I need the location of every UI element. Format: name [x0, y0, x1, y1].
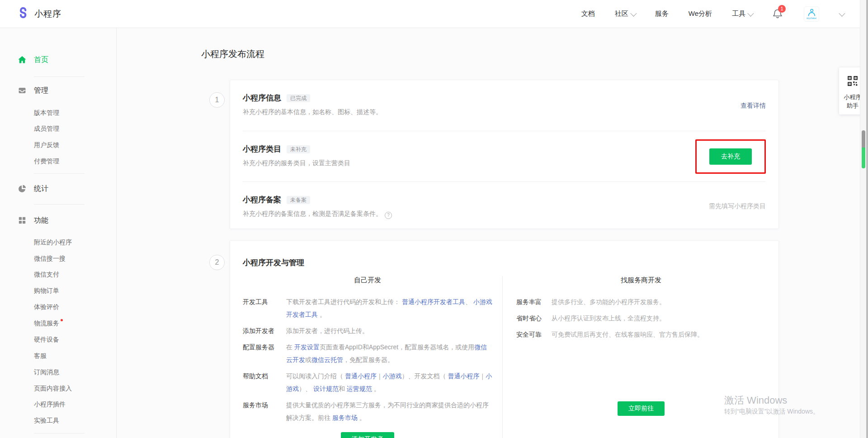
step2-title: 小程序开发与管理: [243, 241, 766, 268]
top-header: 小程序 文档 社区 服务 We分析 工具 1 skychaker: [0, 0, 868, 28]
sidebar-item-nearby-miniprogram[interactable]: 附近的小程序: [34, 238, 72, 247]
dev-row-add-developer: 添加开发者 添加开发者，进行代码上传。: [243, 324, 492, 337]
view-details-link[interactable]: 查看详情: [741, 102, 766, 109]
status-badge: 未备案: [287, 196, 310, 204]
nav-services[interactable]: 服务: [655, 10, 669, 18]
grid-icon: [18, 216, 27, 225]
assistant-label: 小程序 助手: [844, 93, 862, 110]
qr-code-icon: [847, 76, 858, 88]
link-service-market[interactable]: 服务市场: [332, 414, 358, 421]
link-normal-devtool[interactable]: 普通小程序开发者工具: [402, 298, 465, 305]
pie-chart-icon: [18, 184, 27, 193]
sidebar-item-experiment-tools[interactable]: 实验工具: [34, 417, 59, 425]
row-miniprogram-icp: 小程序备案 未备案 补充小程序的备案信息，检测是否满足备案条件。? 需先填写小程…: [243, 181, 766, 229]
nav-docs[interactable]: 文档: [581, 10, 595, 18]
link-operation-guidelines[interactable]: 运营规范: [347, 385, 372, 392]
home-icon: [18, 55, 27, 64]
step2-number: 2: [209, 255, 225, 270]
app-logo[interactable]: 小程序: [16, 6, 61, 22]
sidebar-item-version-manage[interactable]: 版本管理: [34, 109, 59, 117]
link-docs-normal[interactable]: 普通小程序: [448, 372, 480, 380]
step1-number: 1: [209, 92, 225, 108]
row-title: 小程序类目: [243, 144, 281, 154]
nav-tools[interactable]: 工具: [732, 10, 752, 18]
link-design-guidelines[interactable]: 设计规范: [313, 385, 339, 392]
sidebar-item-miniprogram-plugin[interactable]: 小程序插件: [34, 400, 66, 409]
annotation-highlight-box: 去补充: [695, 139, 766, 174]
sidebar-item-subscribe-message[interactable]: 订阅消息: [34, 368, 59, 376]
avatar[interactable]: skychaker: [804, 6, 819, 22]
nav-community[interactable]: 社区: [615, 10, 635, 18]
notification-bell[interactable]: 1: [772, 8, 784, 20]
sidebar-item-home[interactable]: 首页: [0, 53, 116, 67]
avatar-graphic: [807, 8, 816, 17]
sidebar-item-wechat-pay[interactable]: 微信支付: [34, 271, 59, 279]
sidebar-divider: [34, 433, 85, 433]
dev-row-help-docs: 帮助文档 可以阅读入门介绍（ 普通小程序｜小游戏）、开发文档（ 普通小程序｜小游…: [243, 370, 492, 395]
sidebar-item-customer-service[interactable]: 客服: [34, 352, 47, 360]
avatar-caption: skychaker: [807, 17, 817, 19]
go-now-button[interactable]: 立即前往: [618, 401, 665, 416]
account-chevron-down-icon[interactable]: [839, 10, 845, 16]
dev-row-tools: 开发工具 下载开发者工具进行代码的开发和上传： 普通小程序开发者工具、 小游戏开…: [243, 295, 492, 321]
sidebar-divider: [34, 173, 85, 174]
page-scrollbar[interactable]: [860, 0, 868, 438]
provider-row-save-time: 省时省心 从小程序认证到发布上线，全流程支持。: [516, 312, 766, 324]
step2-card: 小程序开发与管理 自己开发 开发工具 下载开发者工具进行代码的开发和上传： 普通…: [230, 240, 779, 438]
sidebar-item-payment-manage[interactable]: 付费管理: [34, 157, 59, 166]
fill-category-button[interactable]: 去补充: [709, 148, 752, 165]
row-title: 小程序信息: [243, 93, 281, 103]
service-provider-column: 找服务商开发 服务丰富 提供多行业、多功能的小程序开发服务。 省时省心 从小程序…: [502, 276, 766, 438]
link-intro-normal[interactable]: 普通小程序: [345, 372, 377, 380]
sidebar-section-manage[interactable]: 管理: [0, 84, 116, 97]
sidebar-item-user-feedback[interactable]: 用户反馈: [34, 141, 59, 149]
sidebar-item-wechat-search[interactable]: 微信搜一搜: [34, 255, 66, 263]
window-edge: [866, 0, 868, 438]
row-description: 补充小程序的基本信息，如名称、图标、描述等。: [243, 108, 766, 116]
nav-we-analytics[interactable]: We分析: [689, 10, 712, 18]
scrollbar-thumb-green-part: [862, 148, 865, 168]
notification-badge: 1: [778, 5, 786, 13]
link-cloud-hosting[interactable]: 微信云托管: [311, 356, 343, 363]
app-logo-text: 小程序: [34, 8, 61, 20]
sidebar-item-page-content-access[interactable]: 页面内容接入: [34, 385, 72, 393]
sidebar-item-shopping-orders[interactable]: 购物订单: [34, 287, 59, 295]
add-developer-button[interactable]: 添加开发者: [341, 432, 394, 438]
bell-icon: [772, 13, 783, 20]
provider-row-reliable: 安全可靠 可免费试用后再支付、在线客服响应、官方售后保障。: [516, 328, 766, 341]
dev-row-service-market: 服务市场 提供大量优质的小程序第三方服务，为不同行业的商家提供合适的小程序解决方…: [243, 399, 492, 424]
miniprogram-logo-icon: [16, 6, 30, 22]
sidebar-section-statistics[interactable]: 统计: [0, 182, 116, 195]
column-header: 自己开发: [243, 276, 492, 285]
row-title: 小程序备案: [243, 195, 281, 205]
inbox-icon: [18, 86, 27, 95]
link-intro-game[interactable]: 小游戏: [383, 372, 402, 380]
provider-row-rich-service: 服务丰富 提供多行业、多功能的小程序开发服务。: [516, 295, 766, 308]
chevron-down-icon: [630, 10, 637, 16]
help-icon[interactable]: ?: [385, 212, 392, 219]
row-description: 补充小程序的服务类目，设置主营类目: [243, 159, 766, 167]
row-miniprogram-category: 小程序类目 未补充 补充小程序的服务类目，设置主营类目 去补充: [243, 131, 766, 181]
sidebar-item-logistics-service[interactable]: 物流服务: [34, 319, 63, 328]
prerequisite-text: 需先填写小程序类目: [709, 202, 766, 209]
dev-row-configure-server: 配置服务器 在 开发设置页面查看AppID和AppSecret，配置服务器域名，…: [243, 341, 492, 366]
link-dev-settings[interactable]: 开发设置: [294, 343, 320, 351]
new-badge-dot: [61, 319, 63, 321]
row-miniprogram-info: 小程序信息 已完成 补充小程序的基本信息，如名称、图标、描述等。 查看详情: [243, 80, 766, 131]
sidebar: 首页 管理 版本管理 成员管理 用户反馈 付费管理 统计: [0, 28, 117, 438]
status-badge: 未补充: [287, 145, 310, 153]
scrollbar-thumb[interactable]: [862, 130, 865, 168]
sidebar-item-experience-rating[interactable]: 体验评价: [34, 303, 59, 311]
status-badge: 已完成: [287, 94, 310, 102]
chevron-down-icon: [747, 10, 754, 16]
row-description: 补充小程序的备案信息，检测是否满足备案条件。?: [243, 210, 766, 219]
page-title: 小程序发布流程: [201, 48, 264, 60]
sidebar-divider: [34, 204, 85, 205]
sidebar-item-member-manage[interactable]: 成员管理: [34, 125, 59, 133]
column-header: 找服务商开发: [516, 276, 766, 285]
sidebar-item-hardware-device[interactable]: 硬件设备: [34, 336, 59, 344]
self-develop-column: 自己开发 开发工具 下载开发者工具进行代码的开发和上传： 普通小程序开发者工具、…: [243, 276, 502, 438]
sidebar-section-features[interactable]: 功能: [0, 214, 116, 227]
step1-card: 小程序信息 已完成 补充小程序的基本信息，如名称、图标、描述等。 查看详情 小程…: [230, 80, 779, 229]
sidebar-divider: [34, 76, 85, 77]
